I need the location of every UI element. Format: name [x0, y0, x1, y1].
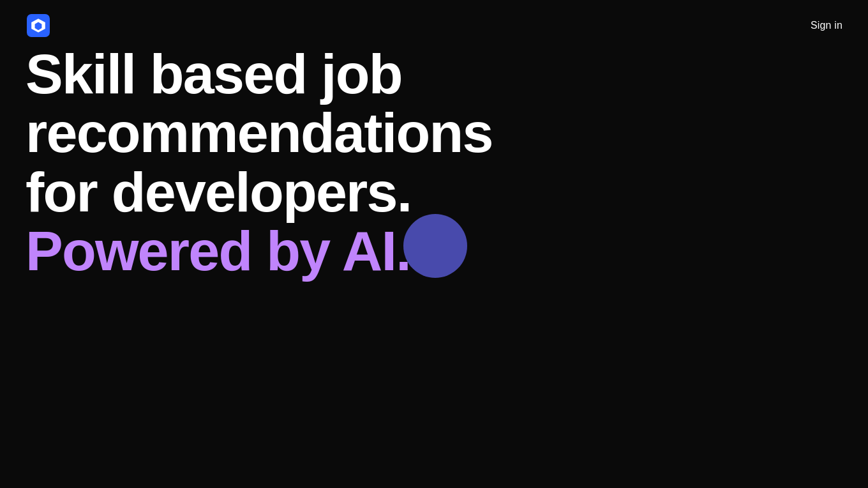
hashnode-logo-icon — [27, 14, 50, 37]
logo — [26, 13, 51, 38]
hero-line4: Powered by AI. — [26, 219, 410, 282]
hero-line1: Skill based job — [26, 42, 402, 105]
sign-in-button[interactable]: Sign in — [811, 20, 842, 31]
bottom-decoration-circle — [403, 214, 467, 278]
hero-line2: recommendations — [26, 101, 493, 164]
hero-line3: for developers. — [26, 160, 411, 224]
